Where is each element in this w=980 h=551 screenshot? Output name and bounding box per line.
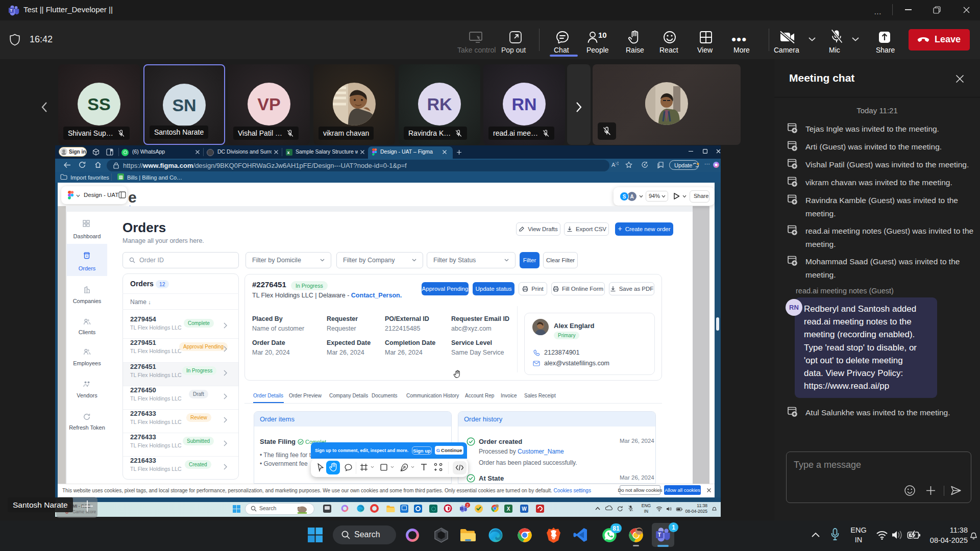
svg-text:T: T	[10, 8, 13, 13]
svg-text:T: T	[658, 532, 662, 538]
